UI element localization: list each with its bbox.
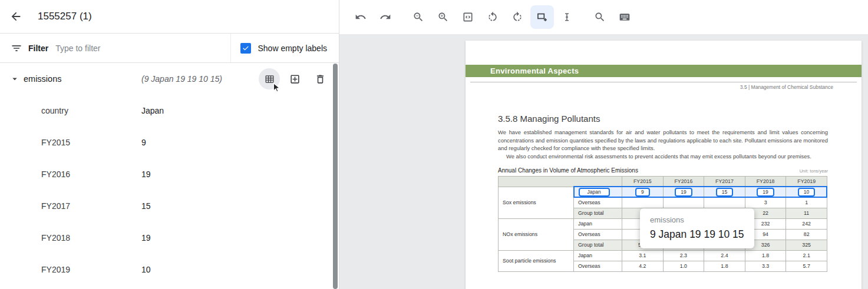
table-value [663,197,704,208]
undo-icon [355,11,367,23]
table-value: 9 [622,187,664,197]
field-row[interactable]: FY201619 [0,158,339,190]
show-empty-label: Show empty labels [258,44,327,53]
table-value: 4.2 [622,261,664,271]
entity-actions [259,68,331,89]
filter-input[interactable] [55,44,185,53]
trash-icon [315,74,326,85]
redo-icon [379,11,391,23]
table-value: 1.8 [704,261,745,271]
collapse-caret-icon[interactable] [9,74,24,84]
doc-table-row: Soot particle emissionsJapan3.12.32.41.8… [499,250,827,261]
search-button[interactable] [588,5,612,29]
field-value: 10 [141,265,151,274]
table-caption: Annual Changes in Volume of Atmospheric … [498,167,638,174]
viewer-panel: Environmental Aspects 3.5 | Management o… [339,0,868,289]
table-value: 3 [745,197,786,208]
label-list: emissions (9 Japan 19 19 10 15) countryJ… [0,63,339,285]
field-row[interactable]: FY20159 [0,127,339,158]
annotation-bounding-box[interactable]: 9 [635,188,650,197]
annotation-bounding-box[interactable]: 15 [716,188,733,197]
table-value: 3.3 [745,261,786,271]
code-box-icon [462,11,474,23]
add-instance-button[interactable] [284,68,305,89]
doc-paragraph: We have established management standards… [498,128,828,152]
table-value: 5.7 [786,261,827,271]
delete-button[interactable] [309,68,331,89]
field-label: FY2015 [41,138,141,147]
table-region: Japan [574,218,622,229]
field-row[interactable]: FY201715 [0,190,339,222]
table-value: 2.3 [663,250,704,261]
scrollbar-thumb[interactable] [333,64,338,289]
zoom-in-button[interactable] [431,5,455,29]
show-empty-checkbox[interactable] [240,43,251,54]
table-value: 19 [663,187,704,197]
table-region: Overseas [574,197,622,208]
table-add-button[interactable] [259,68,280,89]
rotate-right-icon [511,11,523,23]
table-region: Japan [574,250,622,261]
zoom-out-button[interactable] [407,5,430,29]
doc-table-row: Sox emissionsJapan919151910 [499,187,827,197]
table-value: 11 [786,208,827,218]
field-list: countryJapanFY20159FY201619FY201715FY201… [0,95,339,285]
back-button[interactable] [9,10,22,23]
field-label: country [41,106,141,115]
table-value [622,197,664,208]
table-value: 325 [786,240,827,250]
filter-bar: Filter Show empty labels [0,34,339,63]
zoom-in-icon [437,11,449,23]
field-value: 15 [141,201,151,211]
field-label: FY2019 [41,265,141,274]
check-icon [242,44,250,52]
arrow-back-icon [9,10,22,23]
table-region: Group total [574,208,622,218]
rotate-right-button[interactable] [506,5,529,29]
table-value: 1.8 [745,250,786,261]
table-header-blank [499,176,622,187]
annotation-bounding-box[interactable]: Japan [579,188,610,197]
table-value: 15 [704,187,745,197]
left-header: 1555257 (1) [0,0,339,34]
keyboard-shortcuts-button[interactable] [613,5,636,29]
table-header-year: FY2017 [704,176,745,187]
annotation-bounding-box[interactable]: 10 [798,188,815,197]
field-label: FY2018 [41,233,141,243]
app: 1555257 (1) Filter Show empty labels emi… [0,0,868,289]
table-value: 242 [786,218,827,229]
field-value: 9 [141,138,146,147]
annotation-bounding-box[interactable]: 19 [675,188,692,197]
entity-summary: (9 Japan 19 19 10 15) [141,74,222,84]
rotate-left-button[interactable] [481,5,504,29]
text-select-button[interactable] [555,5,579,29]
field-row[interactable]: FY201819 [0,222,339,254]
undo-button[interactable] [349,5,372,29]
filter-icon [11,42,22,54]
document-title: 1555257 (1) [38,11,92,22]
panel-scrollbar[interactable] [333,64,338,289]
field-value: 19 [141,233,151,243]
code-view-button[interactable] [456,5,480,29]
document-viewport[interactable]: Environmental Aspects 3.5 | Management o… [339,34,868,289]
labels-panel: 1555257 (1) Filter Show empty labels emi… [0,0,339,289]
field-label: FY2016 [41,170,141,179]
entity-row-emissions[interactable]: emissions (9 Japan 19 19 10 15) [0,63,339,95]
filter-label: Filter [28,44,48,53]
table-icon [264,74,275,85]
field-row[interactable]: FY201910 [0,254,339,285]
doc-table-head-row: FY2015FY2016FY2017FY2018FY2019 [499,176,827,187]
show-empty-labels-toggle[interactable]: Show empty labels [230,34,339,62]
field-row[interactable]: countryJapan [0,95,339,127]
table-unit: Unit: tons/year [800,168,828,174]
redo-button[interactable] [374,5,397,29]
doc-banner-title: Environmental Aspects [466,65,862,77]
tooltip-label: emissions [650,215,744,224]
table-category: NOx emissions [499,218,574,250]
annotation-bounding-box[interactable]: 19 [757,188,774,197]
table-value: 1 [786,197,827,208]
table-header-year: FY2019 [786,176,827,187]
viewer-toolbar [339,0,868,34]
table-value: 82 [786,229,827,240]
add-bounding-box-button[interactable] [530,5,554,29]
